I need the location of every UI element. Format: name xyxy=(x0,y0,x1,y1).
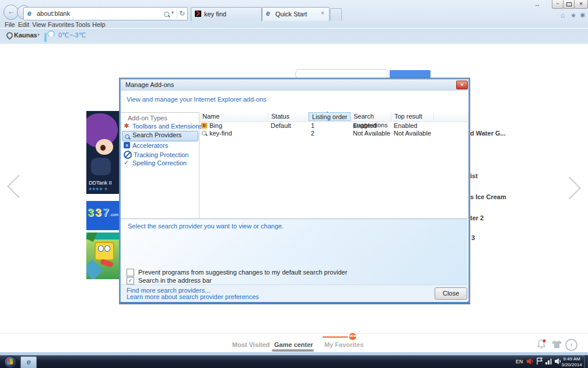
minimize-button[interactable]: − xyxy=(552,0,564,9)
menu-view[interactable]: View xyxy=(32,21,46,28)
tab-quick-start[interactable]: e Quick Start × xyxy=(262,7,330,21)
restore-button[interactable] xyxy=(563,0,575,9)
ie-icon: e xyxy=(26,357,30,366)
favorites-star-icon[interactable]: ★ xyxy=(570,12,576,19)
table-row-bing[interactable]: b Bing Default 1 Enabled Enabled xyxy=(200,122,467,130)
column-header-status[interactable]: Status xyxy=(268,112,309,121)
carousel-prev-icon[interactable] xyxy=(7,175,30,198)
address-bar-search-checkbox[interactable]: ✓ xyxy=(127,277,134,284)
cell-listing-order: 2 xyxy=(311,130,314,137)
close-window-button[interactable]: × xyxy=(574,0,588,9)
column-header-search-suggestions[interactable]: Search suggestions xyxy=(351,112,391,121)
game-title-snippet[interactable]: 3 xyxy=(471,234,475,241)
menu-tools[interactable]: Tools xyxy=(75,21,90,28)
menu-help[interactable]: Help xyxy=(92,21,106,28)
checkbox-label[interactable]: Prevent programs from suggesting changes… xyxy=(138,269,347,276)
page-nav-bar: Most Visited Game center My Favorites NE… xyxy=(0,333,588,353)
tab-label[interactable]: key find xyxy=(204,11,226,18)
sidebar-item-label[interactable]: Search Providers xyxy=(132,131,181,138)
column-header-name[interactable]: Name xyxy=(200,112,268,121)
game-title-snippet[interactable]: d Water G... xyxy=(470,130,506,137)
column-header-top-result[interactable]: Top result xyxy=(391,112,434,121)
column-header-blank xyxy=(434,112,467,121)
favorites-accent-line xyxy=(323,336,349,338)
new-tab-button[interactable] xyxy=(330,8,342,20)
address-bar[interactable]: e about:blank ▾ ↻ xyxy=(23,7,188,20)
menu-bar: File Edit View Favorites Tools Help xyxy=(0,21,588,29)
compatibility-arrows-icon[interactable]: ↔ xyxy=(534,1,540,8)
menu-favorites[interactable]: Favorites xyxy=(48,21,74,28)
close-button[interactable]: Close xyxy=(435,287,467,300)
tab-key-find[interactable]: key find xyxy=(191,7,262,21)
language-indicator[interactable]: EN xyxy=(516,359,523,364)
sidebar-item-label[interactable]: Accelerators xyxy=(132,142,168,149)
settings-gear-icon[interactable]: ✱ xyxy=(580,12,585,19)
active-tab-underline xyxy=(272,349,314,352)
action-center-flag-icon[interactable] xyxy=(536,357,543,365)
checkbox-label[interactable]: Search in the address bar xyxy=(138,277,212,284)
dialog-title-bar[interactable]: Manage Add-ons xyxy=(121,79,468,91)
prevent-changes-checkbox[interactable] xyxy=(127,269,134,276)
audio-app-tray-icon[interactable] xyxy=(526,357,534,365)
sort-ascending-icon: ▴ xyxy=(327,109,328,113)
browser-chrome: ← → e about:blank ▾ ↻ key find e Quick S… xyxy=(0,0,588,28)
game-title-snippet[interactable]: s Ice Cream xyxy=(470,193,506,200)
show-desktop-button[interactable] xyxy=(584,355,588,368)
ie-page-icon: e xyxy=(27,9,32,18)
start-button[interactable] xyxy=(4,356,17,368)
sidebar-item-search-providers[interactable]: Search Providers xyxy=(125,133,130,140)
taskbar-ie-button[interactable]: e xyxy=(20,356,37,368)
manage-addons-dialog: Manage Add-ons × View and manage your In… xyxy=(120,78,470,304)
cell-top-result: Enabled xyxy=(394,122,417,130)
refresh-icon[interactable]: ↻ xyxy=(179,9,185,18)
sponge-eye xyxy=(98,245,104,252)
table-row-key-find[interactable]: key-find 2 Not Available Not Available xyxy=(200,130,467,137)
dialog-close-icon[interactable]: × xyxy=(456,81,468,89)
clock[interactable]: 9:49 AM 3/20/2014 xyxy=(560,356,583,368)
game-card-ddtank[interactable]: DDTank II ★★★★ ★ xyxy=(86,111,120,194)
game-card-spongebob[interactable] xyxy=(86,232,120,279)
shirt-icon[interactable] xyxy=(552,341,562,349)
game-title-snippet[interactable]: ter 2 xyxy=(470,214,484,221)
nav-forward-circle-icon[interactable]: › xyxy=(565,339,578,351)
notification-bell-icon[interactable] xyxy=(537,339,546,349)
notification-dot xyxy=(543,339,546,342)
home-icon[interactable]: ⌂ xyxy=(561,11,565,19)
game-card-337[interactable]: 3 3 7 .com xyxy=(86,201,120,230)
sidebar-item-label[interactable]: Toolbars and Extensions xyxy=(132,123,202,130)
sidebar-item-spelling-correction[interactable]: ✓ Spelling Correction xyxy=(124,159,129,166)
cell-top-result: Not Available xyxy=(394,130,431,137)
date: 3/20/2014 xyxy=(560,362,583,368)
network-icon[interactable] xyxy=(545,357,553,365)
restore-glyph xyxy=(566,2,572,6)
search-icon[interactable] xyxy=(164,12,169,17)
bing-icon: b xyxy=(201,123,207,129)
info-text: Select the search provider you want to v… xyxy=(128,223,284,230)
search-dropdown-icon[interactable]: ▾ xyxy=(172,10,174,15)
carousel-next-icon[interactable] xyxy=(558,176,581,200)
menu-edit[interactable]: Edit xyxy=(18,21,29,28)
cell-search-suggestions: Not Available xyxy=(353,130,390,137)
url-text[interactable]: about:blank xyxy=(37,10,70,17)
page-search-button[interactable] xyxy=(390,70,430,79)
dialog-footer: Find more search providers... Learn more… xyxy=(121,284,467,302)
nav-most-visited[interactable]: Most Visited xyxy=(232,341,270,348)
dialog-subtitle-area: View and manage your Internet Explorer a… xyxy=(121,91,468,112)
game-title-snippet[interactable]: ist xyxy=(470,172,478,179)
learn-more-link[interactable]: Learn more about search provider prefere… xyxy=(127,293,259,300)
logo-337-com: .com xyxy=(110,213,118,217)
sidebar-item-label[interactable]: Tracking Protection xyxy=(134,151,188,158)
tab-label[interactable]: Quick Start xyxy=(275,11,307,18)
cell-name: Bing xyxy=(209,122,222,130)
nav-game-center[interactable]: Game center xyxy=(274,341,313,348)
weather-location[interactable]: Kaunas xyxy=(14,32,37,39)
sidebar-item-label[interactable]: Spelling Correction xyxy=(132,159,187,166)
ie-favicon: e xyxy=(266,9,270,18)
nav-my-favorites[interactable]: My Favorites xyxy=(324,341,363,348)
weather-temperature: 0℃~-3℃ xyxy=(58,32,86,39)
column-header-listing-order[interactable]: Listing order xyxy=(309,112,351,121)
location-dropdown-icon[interactable]: ▾ xyxy=(37,32,40,37)
sidebar-item-toolbars[interactable]: ✱ Toolbars and Extensions xyxy=(124,122,129,129)
menu-file[interactable]: File xyxy=(5,21,15,28)
tab-close-icon[interactable]: × xyxy=(321,10,324,16)
